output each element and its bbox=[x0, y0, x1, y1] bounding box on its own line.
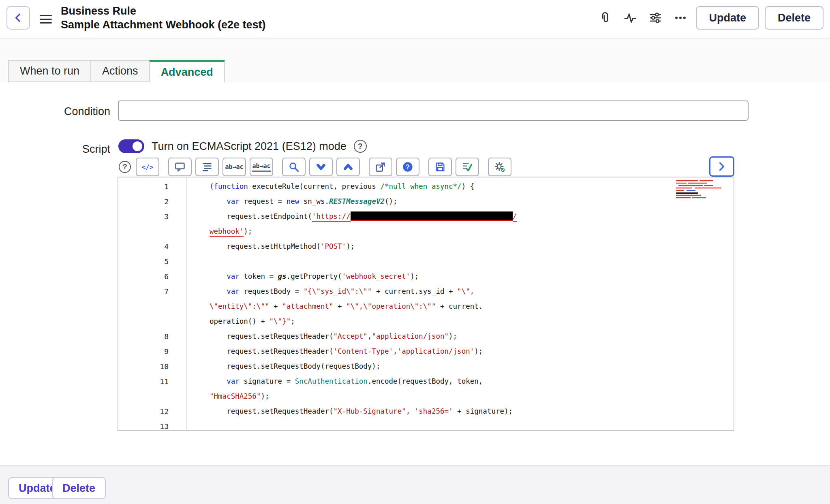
update-button[interactable]: Update bbox=[696, 6, 759, 30]
back-button[interactable] bbox=[6, 6, 30, 30]
replace-button[interactable]: ab→ac bbox=[222, 158, 246, 176]
code-line[interactable]: 13 bbox=[118, 419, 734, 431]
code-line[interactable]: 5 bbox=[118, 254, 734, 269]
line-number: 5 bbox=[118, 254, 186, 269]
code-line[interactable]: 10 request.setRequestBody(requestBody); bbox=[118, 359, 734, 374]
es-mode-label: Turn on ECMAScript 2021 (ES12) mode bbox=[152, 140, 347, 153]
open-window-icon bbox=[375, 161, 386, 173]
line-number: 12 bbox=[118, 404, 186, 419]
code-line[interactable]: 4 request.setHttpMethod('POST'); bbox=[118, 239, 734, 254]
code-lines[interactable]: 1(function executeRule(current, previous… bbox=[118, 177, 734, 430]
line-number: 8 bbox=[118, 329, 186, 344]
find-next-button[interactable] bbox=[309, 158, 333, 176]
paperclip-icon bbox=[599, 11, 612, 24]
api-help-button[interactable]: ? bbox=[396, 158, 419, 176]
save-button-toolbar[interactable] bbox=[428, 158, 452, 176]
line-number: 4 bbox=[118, 239, 186, 254]
es-mode-help-icon[interactable]: ? bbox=[354, 140, 367, 153]
code-line[interactable]: 11 var signature = SncAuthentication.enc… bbox=[118, 374, 734, 404]
save-icon bbox=[434, 161, 446, 173]
gutter-separator bbox=[186, 177, 187, 430]
toggle-knob bbox=[133, 141, 142, 151]
open-window-button[interactable] bbox=[369, 158, 392, 176]
form-tabs: When to run Actions Advanced bbox=[8, 60, 225, 82]
script-editor-toolbar: ? </> ab→ac ab→ac bbox=[118, 158, 511, 176]
tab-actions[interactable]: Actions bbox=[90, 60, 149, 82]
condition-input[interactable] bbox=[118, 100, 749, 121]
code-line[interactable]: 12 request.setRequestHeader("X-Hub-Signa… bbox=[118, 404, 734, 419]
format-code-icon: </> bbox=[142, 163, 154, 171]
line-number: 7 bbox=[118, 284, 186, 329]
attachment-button[interactable] bbox=[595, 8, 615, 28]
footer-delete-button[interactable]: Delete bbox=[52, 477, 106, 499]
minimap-annotations[interactable] bbox=[674, 179, 723, 204]
debug-button[interactable] bbox=[488, 158, 511, 176]
tab-advanced[interactable]: Advanced bbox=[149, 60, 225, 82]
code-line[interactable]: 6 var token = gs.getProperty('webhook_se… bbox=[118, 269, 734, 284]
find-previous-button[interactable] bbox=[336, 158, 360, 176]
expand-toolbar-button[interactable] bbox=[709, 156, 734, 177]
code-line[interactable]: 3 request.setEndpoint('https:///webhook'… bbox=[118, 209, 734, 239]
code-line[interactable]: 2 var request = new sn_ws.RESTMessageV2(… bbox=[118, 194, 734, 209]
advanced-tab-panel: Condition Script Turn on ECMAScript 2021… bbox=[0, 82, 830, 465]
personalize-form-button[interactable] bbox=[646, 8, 665, 28]
line-number: 9 bbox=[118, 344, 186, 359]
line-number: 6 bbox=[118, 269, 186, 284]
redacted-url bbox=[351, 211, 513, 221]
format-code-button[interactable]: </> bbox=[136, 158, 159, 176]
svg-text:?: ? bbox=[406, 163, 410, 171]
activity-stream-icon bbox=[624, 11, 637, 24]
personalize-form-icon bbox=[649, 11, 662, 24]
delete-button[interactable]: Delete bbox=[765, 6, 824, 30]
syntax-check-button[interactable] bbox=[456, 158, 479, 176]
format-document-icon bbox=[201, 161, 213, 173]
replace-icon: ab→ac bbox=[225, 163, 243, 171]
code-line[interactable]: 1(function executeRule(current, previous… bbox=[118, 179, 734, 194]
find-next-icon bbox=[316, 162, 326, 172]
header: Business Rule Sample Attachment Webhook … bbox=[0, 0, 830, 39]
line-number: 10 bbox=[118, 359, 186, 374]
format-document-button[interactable] bbox=[195, 158, 219, 176]
tab-when-to-run[interactable]: When to run bbox=[8, 60, 90, 82]
ellipsis-icon bbox=[674, 11, 687, 25]
comment-icon bbox=[174, 161, 186, 173]
search-icon bbox=[288, 161, 299, 173]
footer: Update Delete bbox=[0, 465, 830, 504]
replace-all-button[interactable]: ab→ac bbox=[250, 158, 273, 176]
script-label: Script bbox=[16, 143, 110, 156]
condition-label: Condition bbox=[16, 105, 110, 118]
syntax-check-icon bbox=[462, 161, 473, 173]
editor-help-button[interactable]: ? bbox=[118, 158, 132, 176]
chevron-right-icon bbox=[717, 161, 727, 172]
code-editor[interactable]: 1(function executeRule(current, previous… bbox=[118, 177, 734, 431]
more-options-button[interactable] bbox=[671, 8, 690, 28]
record-type-title: Business Rule bbox=[61, 4, 266, 18]
line-number: 11 bbox=[118, 374, 186, 404]
line-number: 13 bbox=[118, 419, 186, 431]
replace-all-icon: ab→ac bbox=[252, 162, 270, 172]
line-number: 3 bbox=[118, 209, 186, 239]
hamburger-icon[interactable] bbox=[40, 13, 52, 25]
es-mode-toggle[interactable] bbox=[118, 139, 144, 153]
code-line[interactable]: 7 var requestBody = "{\"sys_id\":\"" + c… bbox=[118, 284, 734, 329]
back-chevron-icon bbox=[13, 13, 24, 23]
find-previous-icon bbox=[343, 162, 353, 172]
record-title: Sample Attachment Webhook (e2e test) bbox=[61, 18, 266, 32]
line-number: 1 bbox=[118, 179, 186, 194]
code-line[interactable]: 8 request.setRequestHeader("Accept","app… bbox=[118, 329, 734, 344]
comment-button[interactable] bbox=[168, 158, 192, 176]
debug-icon bbox=[494, 161, 505, 173]
api-help-icon: ? bbox=[402, 161, 413, 173]
line-number: 2 bbox=[118, 194, 186, 209]
code-line[interactable]: 9 request.setRequestHeader('Content-Type… bbox=[118, 344, 734, 359]
activity-stream-button[interactable] bbox=[620, 8, 640, 28]
search-button[interactable] bbox=[282, 158, 306, 176]
help-icon: ? bbox=[119, 161, 131, 173]
page-title: Business Rule Sample Attachment Webhook … bbox=[61, 4, 266, 32]
